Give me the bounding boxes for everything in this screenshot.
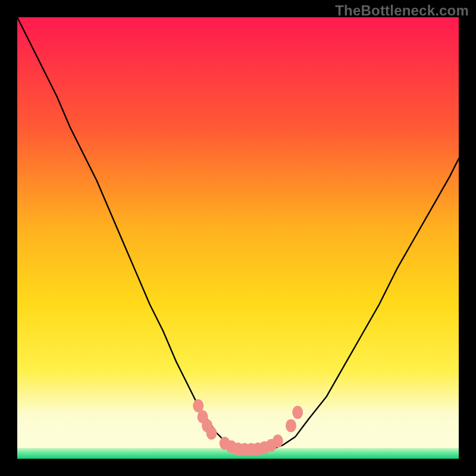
chart-plot xyxy=(17,17,459,459)
highlight-marker xyxy=(286,419,296,432)
highlight-marker xyxy=(292,406,303,419)
gradient-background xyxy=(17,17,459,459)
watermark-text: TheBottleneck.com xyxy=(335,2,469,19)
chart-frame: TheBottleneck.com xyxy=(0,0,476,476)
highlight-marker xyxy=(273,434,283,447)
highlight-marker xyxy=(206,427,217,440)
